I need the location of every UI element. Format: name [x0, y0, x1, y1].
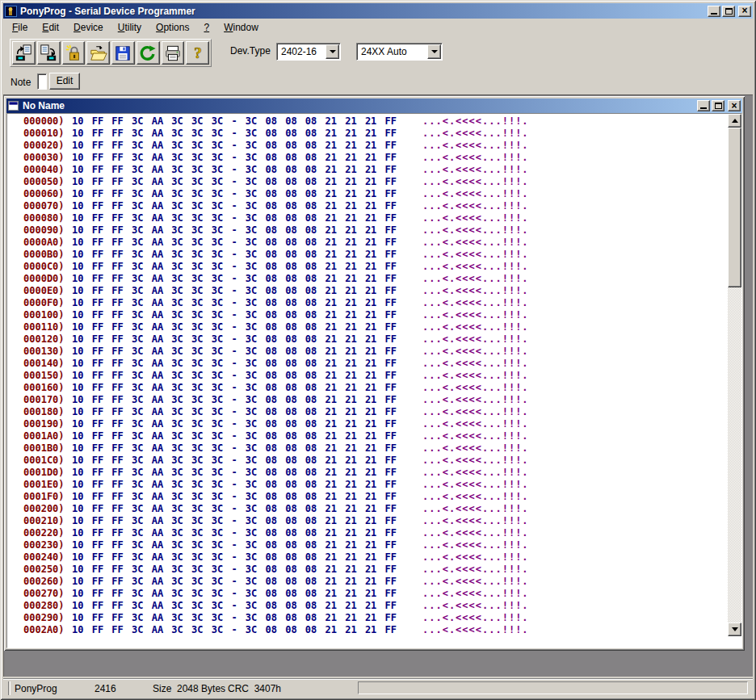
hex-row[interactable]: 0000F0)10 FF FF 3C AA 3C 3C 3C - 3C 08 0…: [7, 297, 728, 309]
hex-row[interactable]: 0000C0)10 FF FF 3C AA 3C 3C 3C - 3C 08 0…: [7, 261, 728, 273]
hex-pane[interactable]: 000000)10 FF FF 3C AA 3C 3C 3C - 3C 08 0…: [7, 114, 728, 648]
hex-row[interactable]: 000020)10 FF FF 3C AA 3C 3C 3C - 3C 08 0…: [7, 140, 728, 152]
hex-row-address: 000090): [23, 224, 65, 236]
hex-row-address: 000190): [23, 418, 65, 430]
menu-item-utility[interactable]: Utility: [111, 20, 149, 35]
note-bar: Note Edit: [3, 70, 753, 94]
scrollbar-track[interactable]: [728, 287, 741, 622]
device-select-dropdown-button[interactable]: [326, 44, 339, 59]
vertical-scrollbar[interactable]: [728, 114, 741, 636]
hex-row[interactable]: 0000E0)10 FF FF 3C AA 3C 3C 3C - 3C 08 0…: [7, 285, 728, 297]
hex-row[interactable]: 000160)10 FF FF 3C AA 3C 3C 3C - 3C 08 0…: [7, 382, 728, 394]
hex-row[interactable]: 0001E0)10 FF FF 3C AA 3C 3C 3C - 3C 08 0…: [7, 479, 728, 491]
child-minimize-button[interactable]: [697, 100, 710, 111]
scroll-down-button[interactable]: [728, 622, 741, 636]
hex-row[interactable]: 000140)10 FF FF 3C AA 3C 3C 3C - 3C 08 0…: [7, 358, 728, 370]
hex-row[interactable]: 000090)10 FF FF 3C AA 3C 3C 3C - 3C 08 0…: [7, 224, 728, 237]
menu-item-device[interactable]: Device: [66, 20, 111, 35]
menu-item-help[interactable]: ?: [196, 20, 216, 35]
hex-row-ascii: ...<.<<<<...!!!.: [422, 164, 529, 175]
hex-row[interactable]: 000170)10 FF FF 3C AA 3C 3C 3C - 3C 08 0…: [7, 394, 728, 406]
menu-item-file[interactable]: File: [5, 20, 35, 35]
hex-row[interactable]: 000060)10 FF FF 3C AA 3C 3C 3C - 3C 08 0…: [7, 188, 728, 200]
hex-row[interactable]: 000180)10 FF FF 3C AA 3C 3C 3C - 3C 08 0…: [7, 406, 728, 418]
minimize-button[interactable]: [708, 6, 720, 17]
hex-row-ascii: ...<.<<<<...!!!.: [422, 442, 529, 454]
scrollbar-thumb[interactable]: [728, 128, 741, 287]
hex-row[interactable]: 000260)10 FF FF 3C AA 3C 3C 3C - 3C 08 0…: [7, 576, 728, 588]
note-input[interactable]: [37, 73, 47, 90]
toolbar: ? Dev.Type 2402-16 24XX Auto: [3, 36, 753, 70]
hex-row[interactable]: 000010)10 FF FF 3C AA 3C 3C 3C - 3C 08 0…: [7, 128, 728, 140]
hex-row[interactable]: 000190)10 FF FF 3C AA 3C 3C 3C - 3C 08 0…: [7, 418, 728, 430]
hex-row[interactable]: 000210)10 FF FF 3C AA 3C 3C 3C - 3C 08 0…: [7, 515, 728, 527]
hex-row[interactable]: 000230)10 FF FF 3C AA 3C 3C 3C - 3C 08 0…: [7, 539, 728, 551]
hex-row-bytes: 10 FF FF 3C AA 3C 3C 3C - 3C 08 08 08 21…: [72, 479, 397, 490]
hex-row-bytes: 10 FF FF 3C AA 3C 3C 3C - 3C 08 08 08 21…: [72, 200, 397, 212]
close-button[interactable]: ×: [738, 6, 751, 17]
family-select[interactable]: 24XX Auto: [356, 43, 443, 61]
hex-row[interactable]: 0000A0)10 FF FF 3C AA 3C 3C 3C - 3C 08 0…: [7, 237, 728, 249]
family-select-dropdown-button[interactable]: [427, 44, 441, 59]
main-titlebar[interactable]: PonyProg - Serial Device Programmer ×: [3, 3, 753, 19]
edit-button[interactable]: Edit: [49, 73, 80, 90]
hex-row[interactable]: 000070)10 FF FF 3C AA 3C 3C 3C - 3C 08 0…: [7, 200, 728, 212]
hex-row-bytes: 10 FF FF 3C AA 3C 3C 3C - 3C 08 08 08 21…: [72, 346, 397, 357]
device-select[interactable]: 2402-16: [276, 43, 341, 61]
help-button[interactable]: ?: [186, 41, 209, 65]
hex-row[interactable]: 0002A0)10 FF FF 3C AA 3C 3C 3C - 3C 08 0…: [7, 624, 728, 636]
save-file-button[interactable]: [111, 41, 135, 65]
hex-row[interactable]: 000250)10 FF FF 3C AA 3C 3C 3C - 3C 08 0…: [7, 564, 728, 576]
hex-row[interactable]: 0001B0)10 FF FF 3C AA 3C 3C 3C - 3C 08 0…: [7, 442, 728, 455]
hex-row[interactable]: 000280)10 FF FF 3C AA 3C 3C 3C - 3C 08 0…: [7, 600, 728, 612]
hex-row-ascii: ...<.<<<<...!!!.: [422, 224, 529, 236]
hex-row[interactable]: 000040)10 FF FF 3C AA 3C 3C 3C - 3C 08 0…: [7, 164, 728, 176]
hex-row[interactable]: 000290)10 FF FF 3C AA 3C 3C 3C - 3C 08 0…: [7, 612, 728, 624]
hex-row-ascii: ...<.<<<<...!!!.: [422, 128, 529, 139]
menu-item-options[interactable]: Options: [149, 20, 196, 35]
hex-row[interactable]: 0001C0)10 FF FF 3C AA 3C 3C 3C - 3C 08 0…: [7, 455, 728, 467]
open-file-button[interactable]: [86, 41, 110, 65]
status-crc: CRC 3407h: [228, 683, 281, 694]
hex-row[interactable]: 000080)10 FF FF 3C AA 3C 3C 3C - 3C 08 0…: [7, 212, 728, 224]
buffer-window-titlebar[interactable]: No Name ×: [6, 99, 742, 113]
hex-row[interactable]: 000000)10 FF FF 3C AA 3C 3C 3C - 3C 08 0…: [7, 115, 728, 128]
hex-row[interactable]: 000150)10 FF FF 3C AA 3C 3C 3C - 3C 08 0…: [7, 370, 728, 382]
read-device-button[interactable]: [12, 41, 36, 65]
family-select-value: 24XX Auto: [357, 44, 426, 60]
maximize-button[interactable]: [722, 6, 735, 17]
hex-row[interactable]: 000270)10 FF FF 3C AA 3C 3C 3C - 3C 08 0…: [7, 588, 728, 600]
hex-row[interactable]: 0001A0)10 FF FF 3C AA 3C 3C 3C - 3C 08 0…: [7, 430, 728, 442]
hex-row-ascii: ...<.<<<<...!!!.: [422, 588, 529, 599]
hex-row[interactable]: 000120)10 FF FF 3C AA 3C 3C 3C - 3C 08 0…: [7, 333, 728, 346]
print-button[interactable]: [162, 41, 185, 65]
hex-row[interactable]: 000050)10 FF FF 3C AA 3C 3C 3C - 3C 08 0…: [7, 176, 728, 188]
hex-row-address: 0000B0): [23, 249, 65, 260]
reload-button[interactable]: [136, 41, 160, 65]
hex-row[interactable]: 0001D0)10 FF FF 3C AA 3C 3C 3C - 3C 08 0…: [7, 467, 728, 479]
write-device-button[interactable]: [37, 41, 61, 65]
scroll-up-button[interactable]: [728, 114, 741, 128]
hex-row[interactable]: 000200)10 FF FF 3C AA 3C 3C 3C - 3C 08 0…: [7, 503, 728, 515]
hex-row[interactable]: 000220)10 FF FF 3C AA 3C 3C 3C - 3C 08 0…: [7, 527, 728, 539]
hex-row[interactable]: 000110)10 FF FF 3C AA 3C 3C 3C - 3C 08 0…: [7, 321, 728, 333]
hex-row-bytes: 10 FF FF 3C AA 3C 3C 3C - 3C 08 08 08 21…: [72, 128, 397, 139]
menu-item-edit[interactable]: Edit: [35, 20, 66, 35]
child-close-button[interactable]: ×: [728, 100, 741, 111]
security-bits-button[interactable]: [62, 41, 86, 65]
hex-row-address: 000210): [23, 515, 65, 526]
hex-row-ascii: ...<.<<<<...!!!.: [422, 564, 529, 575]
hex-row[interactable]: 000130)10 FF FF 3C AA 3C 3C 3C - 3C 08 0…: [7, 346, 728, 358]
hex-row[interactable]: 0000B0)10 FF FF 3C AA 3C 3C 3C - 3C 08 0…: [7, 249, 728, 261]
child-maximize-button[interactable]: [712, 100, 724, 111]
hex-row[interactable]: 0001F0)10 FF FF 3C AA 3C 3C 3C - 3C 08 0…: [7, 491, 728, 503]
hex-row-address: 000000): [23, 115, 65, 127]
hex-row-bytes: 10 FF FF 3C AA 3C 3C 3C - 3C 08 08 08 21…: [72, 237, 397, 248]
hex-row[interactable]: 000100)10 FF FF 3C AA 3C 3C 3C - 3C 08 0…: [7, 309, 728, 321]
hex-row-bytes: 10 FF FF 3C AA 3C 3C 3C - 3C 08 08 08 21…: [72, 188, 397, 199]
hex-row[interactable]: 0000D0)10 FF FF 3C AA 3C 3C 3C - 3C 08 0…: [7, 273, 728, 285]
hex-row-ascii: ...<.<<<<...!!!.: [422, 140, 529, 151]
hex-row[interactable]: 000240)10 FF FF 3C AA 3C 3C 3C - 3C 08 0…: [7, 551, 728, 564]
hex-row[interactable]: 000030)10 FF FF 3C AA 3C 3C 3C - 3C 08 0…: [7, 152, 728, 164]
menu-item-window[interactable]: Window: [216, 20, 266, 35]
